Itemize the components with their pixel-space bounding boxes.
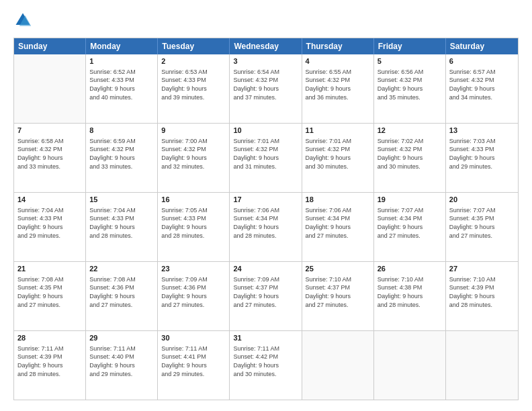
calendar-cell: 14Sunrise: 7:04 AM Sunset: 4:33 PM Dayli…	[14, 193, 86, 261]
calendar-week-0: 1Sunrise: 6:52 AM Sunset: 4:33 PM Daylig…	[14, 54, 518, 124]
calendar-cell: 12Sunrise: 7:02 AM Sunset: 4:32 PM Dayli…	[374, 124, 446, 192]
calendar: SundayMondayTuesdayWednesdayThursdayFrid…	[13, 38, 519, 400]
calendar-cell	[14, 54, 86, 123]
day-number: 5	[378, 56, 442, 66]
day-number: 4	[306, 56, 370, 66]
header-day: Friday	[374, 38, 446, 54]
day-info: Sunrise: 7:07 AM Sunset: 4:34 PM Dayligh…	[378, 206, 442, 240]
day-info: Sunrise: 6:57 AM Sunset: 4:32 PM Dayligh…	[449, 68, 515, 101]
day-info: Sunrise: 7:05 AM Sunset: 4:33 PM Dayligh…	[161, 206, 226, 240]
calendar-cell: 25Sunrise: 7:10 AM Sunset: 4:37 PM Dayli…	[302, 262, 374, 330]
day-info: Sunrise: 7:08 AM Sunset: 4:35 PM Dayligh…	[17, 275, 82, 309]
calendar-cell: 8Sunrise: 6:59 AM Sunset: 4:32 PM Daylig…	[86, 124, 158, 192]
day-number: 19	[378, 195, 442, 205]
calendar-cell: 19Sunrise: 7:07 AM Sunset: 4:34 PM Dayli…	[374, 193, 446, 261]
calendar-cell: 11Sunrise: 7:01 AM Sunset: 4:32 PM Dayli…	[302, 124, 374, 192]
calendar-week-4: 28Sunrise: 7:11 AM Sunset: 4:39 PM Dayli…	[14, 331, 518, 400]
logo	[13, 11, 35, 30]
day-number: 30	[161, 333, 226, 343]
calendar-week-2: 14Sunrise: 7:04 AM Sunset: 4:33 PM Dayli…	[14, 193, 518, 262]
calendar-cell: 6Sunrise: 6:57 AM Sunset: 4:32 PM Daylig…	[446, 54, 518, 123]
calendar-cell: 13Sunrise: 7:03 AM Sunset: 4:33 PM Dayli…	[446, 124, 518, 192]
calendar-cell: 2Sunrise: 6:53 AM Sunset: 4:33 PM Daylig…	[158, 54, 230, 123]
day-number: 18	[306, 195, 370, 205]
calendar-cell: 24Sunrise: 7:09 AM Sunset: 4:37 PM Dayli…	[230, 262, 302, 330]
calendar-cell: 20Sunrise: 7:07 AM Sunset: 4:35 PM Dayli…	[446, 193, 518, 261]
day-number: 26	[378, 264, 442, 274]
day-info: Sunrise: 7:07 AM Sunset: 4:35 PM Dayligh…	[449, 206, 515, 240]
calendar-cell: 22Sunrise: 7:08 AM Sunset: 4:36 PM Dayli…	[86, 262, 158, 330]
day-info: Sunrise: 7:11 AM Sunset: 4:39 PM Dayligh…	[17, 345, 82, 378]
day-info: Sunrise: 6:59 AM Sunset: 4:32 PM Dayligh…	[89, 137, 154, 171]
day-number: 14	[17, 195, 82, 205]
day-number: 15	[89, 195, 154, 205]
calendar-cell: 10Sunrise: 7:01 AM Sunset: 4:32 PM Dayli…	[230, 124, 302, 192]
calendar-cell: 3Sunrise: 6:54 AM Sunset: 4:32 PM Daylig…	[230, 54, 302, 123]
day-number: 8	[89, 126, 154, 136]
calendar-cell: 27Sunrise: 7:10 AM Sunset: 4:39 PM Dayli…	[446, 262, 518, 330]
day-info: Sunrise: 7:02 AM Sunset: 4:32 PM Dayligh…	[378, 137, 442, 171]
calendar-header: SundayMondayTuesdayWednesdayThursdayFrid…	[14, 38, 518, 54]
day-number: 13	[449, 126, 515, 136]
day-info: Sunrise: 7:06 AM Sunset: 4:34 PM Dayligh…	[233, 206, 298, 240]
day-number: 24	[233, 264, 298, 274]
calendar-week-3: 21Sunrise: 7:08 AM Sunset: 4:35 PM Dayli…	[14, 262, 518, 331]
day-info: Sunrise: 7:06 AM Sunset: 4:34 PM Dayligh…	[306, 206, 370, 240]
header-day: Monday	[86, 38, 158, 54]
calendar-cell: 30Sunrise: 7:11 AM Sunset: 4:41 PM Dayli…	[158, 331, 230, 400]
day-number: 3	[233, 56, 298, 66]
calendar-cell: 7Sunrise: 6:58 AM Sunset: 4:32 PM Daylig…	[14, 124, 86, 192]
calendar-cell	[302, 331, 374, 400]
day-number: 9	[161, 126, 226, 136]
day-number: 29	[89, 333, 154, 343]
header-day: Wednesday	[230, 38, 302, 54]
header	[13, 11, 519, 30]
calendar-cell: 31Sunrise: 7:11 AM Sunset: 4:42 PM Dayli…	[230, 331, 302, 400]
day-number: 16	[161, 195, 226, 205]
calendar-cell: 29Sunrise: 7:11 AM Sunset: 4:40 PM Dayli…	[86, 331, 158, 400]
calendar-cell: 21Sunrise: 7:08 AM Sunset: 4:35 PM Dayli…	[14, 262, 86, 330]
day-number: 22	[89, 264, 154, 274]
calendar-cell	[374, 331, 446, 400]
calendar-cell: 15Sunrise: 7:04 AM Sunset: 4:33 PM Dayli…	[86, 193, 158, 261]
day-number: 1	[89, 56, 154, 66]
page: SundayMondayTuesdayWednesdayThursdayFrid…	[0, 0, 532, 411]
day-info: Sunrise: 6:56 AM Sunset: 4:32 PM Dayligh…	[378, 68, 442, 101]
day-number: 11	[306, 126, 370, 136]
day-info: Sunrise: 6:58 AM Sunset: 4:32 PM Dayligh…	[17, 137, 82, 171]
day-number: 17	[233, 195, 298, 205]
day-info: Sunrise: 7:11 AM Sunset: 4:40 PM Dayligh…	[89, 345, 154, 378]
day-info: Sunrise: 7:01 AM Sunset: 4:32 PM Dayligh…	[306, 137, 370, 171]
calendar-body: 1Sunrise: 6:52 AM Sunset: 4:33 PM Daylig…	[14, 54, 518, 400]
day-number: 7	[17, 126, 82, 136]
calendar-cell: 28Sunrise: 7:11 AM Sunset: 4:39 PM Dayli…	[14, 331, 86, 400]
day-number: 28	[17, 333, 82, 343]
calendar-cell: 23Sunrise: 7:09 AM Sunset: 4:36 PM Dayli…	[158, 262, 230, 330]
day-number: 27	[449, 264, 515, 274]
day-number: 31	[233, 333, 298, 343]
calendar-cell: 26Sunrise: 7:10 AM Sunset: 4:38 PM Dayli…	[374, 262, 446, 330]
day-number: 12	[378, 126, 442, 136]
day-number: 10	[233, 126, 298, 136]
calendar-cell: 5Sunrise: 6:56 AM Sunset: 4:32 PM Daylig…	[374, 54, 446, 123]
day-number: 6	[449, 56, 515, 66]
day-number: 25	[306, 264, 370, 274]
day-info: Sunrise: 7:11 AM Sunset: 4:42 PM Dayligh…	[233, 345, 298, 378]
day-info: Sunrise: 7:10 AM Sunset: 4:38 PM Dayligh…	[378, 275, 442, 309]
day-info: Sunrise: 7:09 AM Sunset: 4:36 PM Dayligh…	[161, 275, 226, 309]
day-info: Sunrise: 7:11 AM Sunset: 4:41 PM Dayligh…	[161, 345, 226, 378]
day-info: Sunrise: 7:03 AM Sunset: 4:33 PM Dayligh…	[449, 137, 515, 171]
day-info: Sunrise: 6:52 AM Sunset: 4:33 PM Dayligh…	[89, 68, 154, 101]
day-number: 23	[161, 264, 226, 274]
header-day: Sunday	[14, 38, 86, 54]
calendar-cell: 4Sunrise: 6:55 AM Sunset: 4:32 PM Daylig…	[302, 54, 374, 123]
calendar-cell: 16Sunrise: 7:05 AM Sunset: 4:33 PM Dayli…	[158, 193, 230, 261]
day-info: Sunrise: 7:04 AM Sunset: 4:33 PM Dayligh…	[17, 206, 82, 240]
day-info: Sunrise: 7:10 AM Sunset: 4:37 PM Dayligh…	[306, 275, 370, 309]
header-day: Saturday	[446, 38, 518, 54]
logo-icon	[13, 11, 32, 30]
day-info: Sunrise: 6:55 AM Sunset: 4:32 PM Dayligh…	[306, 68, 370, 101]
calendar-cell: 9Sunrise: 7:00 AM Sunset: 4:32 PM Daylig…	[158, 124, 230, 192]
header-day: Thursday	[302, 38, 374, 54]
day-info: Sunrise: 7:00 AM Sunset: 4:32 PM Dayligh…	[161, 137, 226, 171]
